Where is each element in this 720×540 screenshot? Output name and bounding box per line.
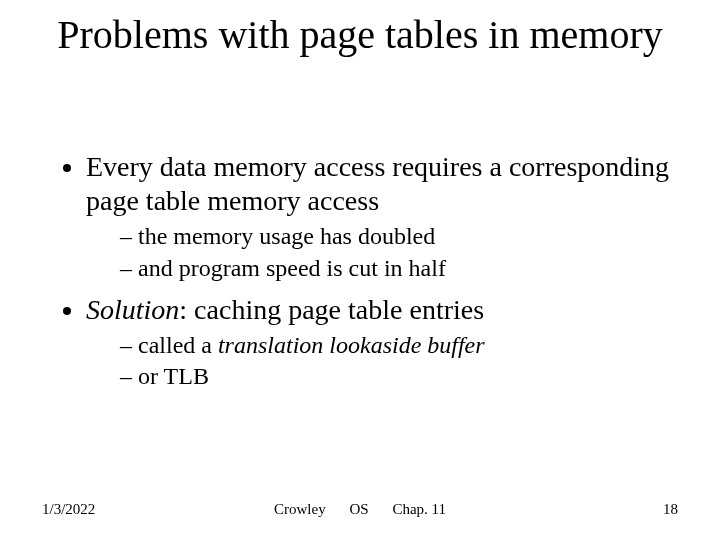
- sub-bullet-item: and program speed is cut in half: [120, 254, 680, 283]
- footer-course: OS: [349, 501, 368, 517]
- slide: Problems with page tables in memory Ever…: [0, 0, 720, 540]
- bullet-text-italic: Solution: [86, 294, 179, 325]
- bullet-list: Every data memory access requires a corr…: [60, 150, 680, 392]
- bullet-text: : caching page table entries: [179, 294, 484, 325]
- bullet-item: Solution: caching page table entries cal…: [86, 293, 680, 392]
- slide-body: Every data memory access requires a corr…: [60, 150, 680, 402]
- sub-bullet-text: or TLB: [138, 363, 209, 389]
- sub-bullet-item: or TLB: [120, 362, 680, 391]
- sub-bullet-text-italic: translation lookaside buffer: [218, 332, 485, 358]
- sub-bullet-list: the memory usage has doubled and program…: [86, 222, 680, 283]
- footer-chapter: Chap. 11: [392, 501, 446, 517]
- footer-page-number: 18: [663, 501, 678, 518]
- footer-author: Crowley: [274, 501, 326, 517]
- sub-bullet-list: called a translation lookaside buffer or…: [86, 331, 680, 392]
- bullet-text: Every data memory access requires a corr…: [86, 151, 669, 216]
- slide-title: Problems with page tables in memory: [0, 12, 720, 58]
- sub-bullet-item: called a translation lookaside buffer: [120, 331, 680, 360]
- sub-bullet-text: called a: [138, 332, 218, 358]
- sub-bullet-item: the memory usage has doubled: [120, 222, 680, 251]
- footer-center: Crowley OS Chap. 11: [0, 501, 720, 518]
- bullet-item: Every data memory access requires a corr…: [86, 150, 680, 283]
